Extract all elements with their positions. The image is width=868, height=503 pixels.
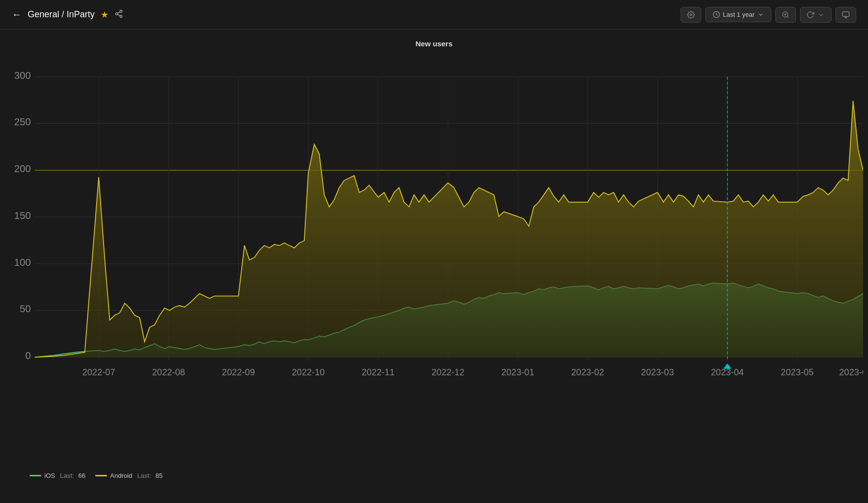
svg-text:2022-08: 2022-08 bbox=[152, 368, 185, 378]
ios-last-label: Last: bbox=[60, 472, 74, 479]
star-icon[interactable]: ★ bbox=[101, 9, 108, 20]
svg-text:2022-09: 2022-09 bbox=[222, 368, 255, 378]
svg-point-0 bbox=[120, 10, 122, 12]
back-button[interactable]: ← bbox=[12, 9, 22, 20]
svg-text:50: 50 bbox=[20, 304, 31, 315]
ios-legend-line bbox=[30, 475, 41, 476]
android-last-value: 85 bbox=[155, 472, 162, 479]
svg-text:2022-10: 2022-10 bbox=[292, 368, 325, 378]
svg-point-2 bbox=[120, 15, 122, 18]
android-last-label: Last: bbox=[137, 472, 151, 479]
chart-container: New users bbox=[0, 30, 868, 503]
chart-title: New users bbox=[0, 39, 868, 48]
svg-text:2022-11: 2022-11 bbox=[362, 368, 395, 378]
android-area bbox=[35, 101, 863, 358]
svg-text:2023-0: 2023-0 bbox=[839, 368, 863, 378]
time-range-button[interactable]: Last 1 year bbox=[705, 7, 771, 22]
zoom-button[interactable] bbox=[775, 7, 796, 23]
svg-point-1 bbox=[115, 12, 118, 15]
svg-text:100: 100 bbox=[14, 257, 31, 268]
svg-text:2023-01: 2023-01 bbox=[502, 368, 535, 378]
svg-text:2023-02: 2023-02 bbox=[571, 368, 604, 378]
main-chart-svg: 300 250 200 150 100 50 0 2022-07 2022-08… bbox=[5, 53, 863, 467]
monitor-button[interactable] bbox=[835, 7, 856, 23]
svg-text:200: 200 bbox=[14, 164, 31, 175]
svg-text:2022-07: 2022-07 bbox=[82, 368, 115, 378]
header-right: Last 1 year bbox=[681, 7, 856, 23]
svg-point-5 bbox=[690, 14, 692, 16]
svg-text:250: 250 bbox=[14, 117, 31, 128]
settings-button[interactable] bbox=[681, 7, 701, 23]
share-icon[interactable] bbox=[114, 9, 123, 20]
svg-text:150: 150 bbox=[14, 210, 31, 221]
svg-line-8 bbox=[787, 16, 789, 18]
legend-ios: iOS Last: 66 bbox=[30, 472, 85, 479]
svg-line-3 bbox=[118, 14, 120, 16]
legend: iOS Last: 66 Android Last: 85 bbox=[0, 467, 868, 484]
time-range-label: Last 1 year bbox=[723, 11, 755, 18]
android-label: Android bbox=[110, 472, 132, 479]
refresh-button[interactable] bbox=[800, 7, 832, 23]
header: ← General / InParty ★ Last 1 year bbox=[0, 0, 868, 30]
header-left: ← General / InParty ★ bbox=[12, 9, 123, 20]
chart-area: 300 250 200 150 100 50 0 2022-07 2022-08… bbox=[5, 53, 863, 467]
breadcrumb: General / InParty bbox=[28, 9, 95, 20]
legend-android: Android Last: 85 bbox=[95, 472, 162, 479]
svg-text:300: 300 bbox=[14, 70, 31, 81]
svg-rect-11 bbox=[842, 12, 849, 16]
svg-text:2023-04: 2023-04 bbox=[711, 368, 744, 378]
svg-text:2023-05: 2023-05 bbox=[781, 368, 814, 378]
ios-label: iOS bbox=[44, 472, 55, 479]
ios-last-value: 66 bbox=[78, 472, 85, 479]
cursor-marker bbox=[723, 363, 731, 369]
svg-text:0: 0 bbox=[25, 351, 31, 361]
svg-text:2022-12: 2022-12 bbox=[432, 368, 465, 378]
android-legend-line bbox=[95, 475, 107, 476]
svg-text:2023-03: 2023-03 bbox=[641, 368, 674, 378]
svg-line-4 bbox=[118, 11, 120, 13]
